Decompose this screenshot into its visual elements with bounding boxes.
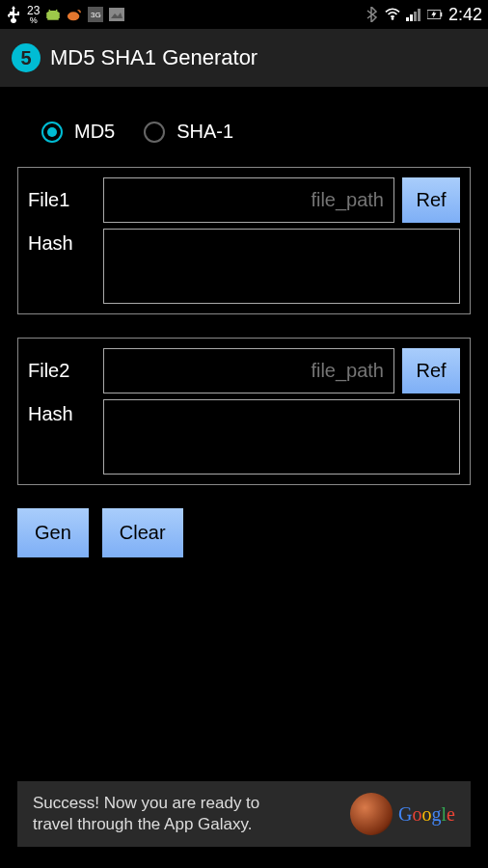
gen-button[interactable]: Gen <box>17 508 89 557</box>
radio-md5-label: MD5 <box>74 121 115 143</box>
file2-hash-label: Hash <box>28 399 95 425</box>
ad-line1: Success! Now you are ready to <box>33 793 350 814</box>
status-left: 23 % 3G <box>6 5 124 25</box>
usb-icon <box>6 7 21 22</box>
ad-banner[interactable]: Success! Now you are ready to travel thr… <box>17 781 471 847</box>
svg-point-3 <box>392 17 394 20</box>
planet-icon <box>350 793 393 835</box>
file1-hash-output <box>103 229 460 304</box>
radio-sha1-label: SHA-1 <box>176 121 233 143</box>
signal-icon <box>406 7 421 22</box>
google-logo: Google <box>398 801 455 827</box>
algorithm-radio-group: MD5 SHA-1 <box>41 121 471 143</box>
status-right: 2:42 <box>364 5 482 25</box>
radio-circle-icon <box>144 122 165 143</box>
file2-ref-button[interactable]: Ref <box>402 348 460 393</box>
file1-path-input[interactable] <box>103 177 394 223</box>
battery-indicator: 23 % <box>27 5 40 25</box>
battery-percent: 23 <box>27 5 40 16</box>
app-icon: 5 <box>12 43 41 72</box>
radio-md5[interactable]: MD5 <box>41 121 115 143</box>
file2-hash-output <box>103 399 460 475</box>
svg-rect-5 <box>410 14 413 21</box>
app-title: MD5 SHA1 Generator <box>50 45 258 70</box>
ad-line2: travel through the App Galaxy. <box>33 814 350 835</box>
file1-ref-button[interactable]: Ref <box>402 177 460 223</box>
file2-panel: File2 Ref Hash <box>17 338 471 485</box>
radio-circle-icon <box>41 122 63 143</box>
svg-point-1 <box>68 12 79 20</box>
android-icon <box>45 7 61 22</box>
app-bar: 5 MD5 SHA1 Generator <box>0 29 488 87</box>
radio-sha1[interactable]: SHA-1 <box>144 121 233 143</box>
wifi-icon <box>385 7 400 22</box>
weibo-icon <box>67 7 82 22</box>
svg-rect-9 <box>441 13 442 16</box>
picture-icon <box>109 7 124 22</box>
action-buttons: Gen Clear <box>17 508 471 557</box>
bluetooth-icon <box>364 7 379 22</box>
svg-rect-6 <box>414 12 417 21</box>
svg-rect-4 <box>406 17 409 21</box>
file1-panel: File1 Ref Hash <box>17 167 471 314</box>
status-bar: 23 % 3G 2:42 <box>0 0 488 29</box>
file1-label: File1 <box>28 177 95 223</box>
file2-label: File2 <box>28 348 95 393</box>
file1-hash-label: Hash <box>28 229 95 255</box>
ad-brand: Google <box>350 793 455 835</box>
clock: 2:42 <box>448 5 482 25</box>
svg-rect-2 <box>109 8 124 21</box>
clear-button[interactable]: Clear <box>102 508 183 557</box>
battery-icon <box>427 7 443 22</box>
main-content: MD5 SHA-1 File1 Ref Hash File2 Ref Hash … <box>0 87 488 577</box>
network-type-icon: 3G <box>88 7 103 22</box>
svg-rect-7 <box>418 9 420 21</box>
file2-path-input[interactable] <box>103 348 394 393</box>
svg-rect-0 <box>48 11 58 14</box>
ad-text: Success! Now you are ready to travel thr… <box>33 793 350 835</box>
